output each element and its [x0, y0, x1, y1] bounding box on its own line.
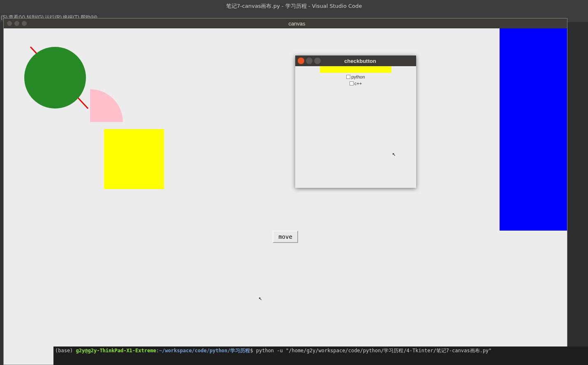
checkbox-icon[interactable]	[350, 81, 354, 85]
checkbutton-title: checkbutton	[321, 58, 416, 64]
maximize-icon[interactable]	[314, 58, 321, 64]
yellow-rectangle	[104, 129, 164, 189]
canvas-title: canvas	[27, 21, 567, 27]
canvas-body[interactable]: move ↖	[4, 28, 567, 365]
move-button[interactable]: move	[273, 231, 298, 243]
green-circle	[24, 47, 86, 109]
checkbutton-window: checkbutton python c++	[295, 55, 416, 188]
vscode-titlebar: 笔记7-canvas画布.py - 学习历程 - Visual Studio C…	[0, 0, 588, 12]
minimize-icon[interactable]	[14, 21, 19, 26]
maximize-icon[interactable]	[22, 21, 27, 26]
terminal[interactable]: (base) g2y@g2y-ThinkPad-X1-Extreme:~/wor…	[53, 347, 588, 365]
checkbutton-cpp[interactable]: c++	[295, 80, 416, 87]
close-icon[interactable]	[7, 21, 12, 26]
canvas-titlebar[interactable]: canvas	[4, 18, 567, 28]
cursor-icon: ↖	[259, 295, 262, 301]
yellow-label	[320, 66, 391, 73]
check-label: python	[351, 74, 365, 79]
close-icon[interactable]	[298, 58, 304, 64]
check-items: python c++	[295, 73, 416, 87]
blue-rectangle	[500, 28, 567, 231]
minimize-icon[interactable]	[306, 58, 313, 64]
move-button-label: move	[278, 233, 292, 240]
checkbox-icon[interactable]	[346, 75, 350, 79]
checkbutton-python[interactable]: python	[295, 74, 416, 80]
checkbutton-titlebar[interactable]: checkbutton	[295, 55, 416, 66]
title-text: 笔记7-canvas画布.py - 学习历程 - Visual Studio C…	[226, 2, 362, 10]
canvas-window: canvas move ↖	[3, 18, 567, 365]
check-label: c++	[354, 81, 362, 86]
